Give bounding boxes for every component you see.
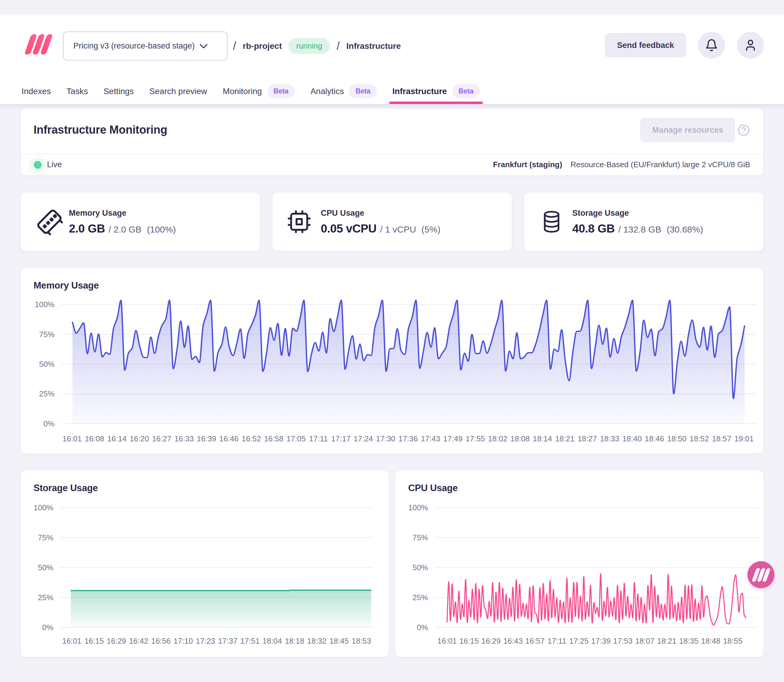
x-tick-label: 16:46 [219, 435, 239, 443]
tab-settings[interactable]: Settings [101, 78, 137, 104]
x-tick-label: 16:52 [242, 435, 261, 443]
y-tick-label: 50% [38, 563, 54, 572]
y-tick-label: 50% [39, 360, 55, 368]
x-tick-label: 16:58 [264, 435, 284, 443]
x-tick-label: 18:50 [667, 435, 687, 443]
tab-infrastructure[interactable]: InfrastructureBeta [389, 78, 483, 104]
x-tick-label: 16:14 [107, 435, 127, 443]
y-tick-label: 0% [43, 419, 54, 428]
series-line [447, 574, 746, 626]
storage-usage-card: Storage Usage 40.8 GB / 132.8 GB (30.68%… [523, 192, 764, 252]
breadcrumb-project[interactable]: rb-project [243, 41, 282, 51]
instance-region: Frankfurt (staging) [493, 160, 562, 169]
x-tick-label: 16:29 [107, 637, 126, 645]
metric-value-line: 2.0 GB / 2.0 GB (100%) [69, 222, 176, 235]
memory-icon [35, 207, 64, 237]
cpu-usage-chart: 100%75%50%25%0%16:0116:1516:2916:4316:57… [395, 470, 763, 657]
tab-search-preview[interactable]: Search preview [146, 78, 210, 104]
tab-indexes[interactable]: Indexes [19, 78, 54, 104]
y-tick-label: 0% [42, 623, 53, 632]
project-selector-value: Pricing v3 (resource-based stage) [73, 41, 195, 51]
x-tick-label: 17:51 [240, 637, 260, 645]
x-tick-label: 16:57 [525, 637, 545, 645]
x-tick-label: 17:10 [173, 637, 193, 645]
x-tick-label: 18:45 [329, 637, 349, 645]
y-tick-label: 100% [33, 504, 53, 512]
x-tick-label: 16:20 [130, 435, 149, 443]
tab-label: Analytics [310, 87, 344, 96]
metric-value: 2.0 GB [69, 222, 105, 235]
x-tick-label: 18:02 [488, 435, 507, 443]
beta-badge: Beta [452, 84, 480, 98]
x-tick-label: 16:15 [460, 637, 479, 645]
x-tick-label: 18:46 [645, 435, 664, 443]
infrastructure-monitoring-page: Pricing v3 (resource-based stage) / rb-p… [0, 0, 784, 682]
x-tick-label: 18:52 [690, 435, 709, 443]
x-tick-label: 17:24 [354, 435, 373, 443]
metric-name: Storage Usage [572, 208, 703, 218]
x-tick-label: 18:48 [701, 637, 720, 645]
chart-title: Memory Usage [33, 280, 99, 291]
infrastructure-monitoring-panel: Infrastructure Monitoring Manage resourc… [20, 108, 764, 176]
project-selector-dropdown[interactable]: Pricing v3 (resource-based stage) [63, 32, 227, 61]
metric-value-line: 40.8 GB / 132.8 GB (30.68%) [572, 222, 703, 235]
send-feedback-button[interactable]: Send feedback [605, 33, 686, 57]
manage-resources-button[interactable]: Manage resources [640, 118, 735, 142]
x-tick-label: 18:55 [723, 637, 743, 645]
x-tick-label: 17:11 [547, 637, 566, 645]
storage-usage-chart: 100%75%50%25%0%16:0116:1516:2916:4216:56… [21, 470, 389, 657]
chevron-down-icon [200, 44, 208, 49]
breadcrumb: / rb-project running / Infrastructure [233, 32, 401, 61]
x-tick-label: 18:32 [307, 637, 327, 645]
beta-badge: Beta [267, 84, 295, 98]
breadcrumb-separator: / [233, 40, 236, 53]
x-tick-label: 16:15 [84, 637, 104, 645]
tab-tasks[interactable]: Tasks [64, 78, 91, 104]
x-tick-label: 16:39 [197, 435, 216, 443]
notifications-button[interactable] [698, 32, 725, 59]
series-area [73, 300, 745, 424]
x-tick-label: 16:01 [63, 435, 82, 443]
y-tick-label: 0% [417, 623, 428, 632]
x-tick-label: 18:35 [679, 637, 699, 645]
project-nav-tabs: IndexesTasksSettingsSearch previewMonito… [0, 78, 784, 105]
tab-analytics[interactable]: AnalyticsBeta [307, 78, 380, 104]
x-tick-label: 17:05 [286, 435, 306, 443]
metric-name: Memory Usage [69, 208, 176, 218]
x-tick-label: 18:21 [555, 435, 575, 443]
live-status-dot [34, 161, 41, 169]
metric-percent: (100%) [147, 224, 176, 234]
tabs-list: IndexesTasksSettingsSearch previewMonito… [19, 78, 483, 104]
live-status-label: Live [47, 160, 62, 169]
tab-label: Monitoring [223, 87, 262, 96]
y-tick-label: 75% [38, 533, 54, 542]
x-tick-label: 18:08 [510, 435, 530, 443]
series-line [71, 590, 371, 591]
x-tick-label: 16:33 [175, 435, 194, 443]
x-tick-label: 17:36 [398, 435, 418, 443]
cpu-usage-card: CPU Usage 0.05 vCPU / 1 vCPU (5%) [272, 192, 512, 252]
x-tick-label: 17:55 [466, 435, 485, 443]
x-tick-label: 16:43 [503, 637, 523, 645]
y-tick-label: 75% [413, 533, 428, 542]
account-button[interactable] [737, 32, 764, 59]
x-tick-label: 18:33 [600, 435, 619, 443]
x-tick-label: 18:21 [657, 637, 676, 645]
x-tick-label: 18:07 [635, 637, 655, 645]
tab-label: Infrastructure [392, 87, 447, 96]
y-tick-label: 75% [39, 330, 55, 339]
tab-label: Indexes [22, 87, 51, 96]
live-status-row: Live Frankfurt (staging) Resource-Based … [21, 154, 763, 175]
cpu-usage-chart-card: 100%75%50%25%0%16:0116:1516:2916:4316:57… [395, 470, 764, 657]
metric-body: Memory Usage 2.0 GB / 2.0 GB (100%) [69, 208, 176, 235]
metric-total: / 2.0 GB [109, 224, 142, 234]
tab-label: Search preview [149, 87, 207, 96]
meilisearch-widget-button[interactable] [747, 561, 774, 588]
breadcrumb-separator: / [337, 40, 340, 53]
y-tick-label: 25% [413, 593, 428, 602]
x-tick-label: 17:43 [421, 435, 440, 443]
tab-label: Settings [103, 87, 134, 96]
tab-monitoring[interactable]: MonitoringBeta [220, 78, 298, 104]
help-icon[interactable] [738, 124, 750, 136]
bell-icon [705, 39, 718, 52]
